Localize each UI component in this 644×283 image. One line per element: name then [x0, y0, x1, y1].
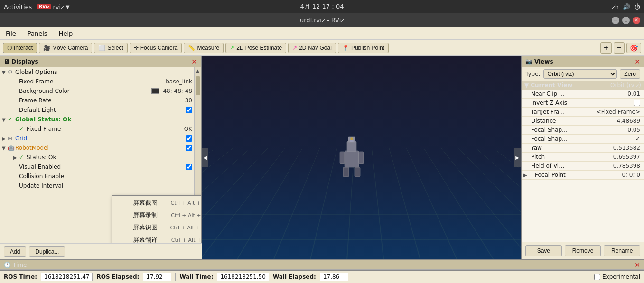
robot-model-check[interactable] [186, 145, 192, 151]
menu-panels[interactable]: Panels [26, 29, 49, 38]
activities-label[interactable]: Activities [4, 3, 32, 10]
views-zero-button[interactable]: Zero [620, 69, 640, 79]
target-frame-row[interactable]: Target Fra… <Fixed Frame> [522, 108, 644, 117]
global-status-arrow[interactable]: ▼ [2, 117, 8, 122]
measure-button[interactable]: 📏 Measure [184, 43, 224, 53]
yaw-row[interactable]: Yaw 0.513582 [522, 144, 644, 153]
views-section-label: Current View [531, 82, 572, 89]
default-light-check[interactable] [186, 107, 192, 113]
ctx-screen-translate-shortcut: Ctrl + Alt + F [171, 237, 201, 243]
title-bar: urdf.rviz - RViz ─ □ ✕ [0, 13, 644, 27]
nav-goal-button[interactable]: ↗ 2D Nav Goal [288, 43, 336, 53]
add-button[interactable]: Add [4, 246, 26, 257]
frame-rate-row[interactable]: Frame Rate 30 [0, 96, 194, 105]
minus-button[interactable]: − [614, 42, 625, 54]
near-clip-row[interactable]: Near Clip … 0.01 [522, 90, 644, 99]
toggle-left-arrow[interactable]: ◀ [202, 148, 208, 167]
experimental-option[interactable]: Experimental [594, 274, 640, 280]
scroll-thumb[interactable] [196, 76, 200, 95]
grid-arrow[interactable]: ▶ [2, 136, 8, 141]
focus-camera-button[interactable]: ✛ Focus Camera [130, 43, 182, 53]
fixed-frame-sub-row[interactable]: ✓ Fixed Frame OK [0, 124, 194, 134]
system-bar-right: zh 🔊 ⏻ [612, 3, 640, 10]
collision-enabled-row[interactable]: Collision Enable [0, 172, 194, 181]
robot-status-row[interactable]: ▶ ✓ Status: Ok [0, 153, 194, 162]
toggle-right-arrow[interactable]: ▶ [514, 148, 521, 167]
displays-title: Displays [11, 58, 191, 65]
add-display-button[interactable]: + [600, 42, 611, 54]
camera-sync-button[interactable]: 🎯 [626, 43, 641, 53]
displays-close[interactable]: ✕ [191, 58, 197, 65]
fixed-frame-row[interactable]: Fixed Frame base_link [0, 77, 194, 86]
select-button[interactable]: ⬜ Select [94, 43, 127, 53]
move-camera-button[interactable]: 🎥 Move Camera [39, 43, 92, 53]
scroll-up-arrow[interactable]: ▲ [195, 67, 201, 74]
field-of-view-row[interactable]: Field of Vi… 0.785398 [522, 162, 644, 171]
global-options-row[interactable]: ▼ ⚙ Global Options [0, 67, 194, 77]
grid-label: Grid [15, 135, 186, 142]
experimental-checkbox[interactable] [594, 274, 600, 280]
global-options-arrow[interactable]: ▼ [2, 70, 8, 75]
views-section-arrow[interactable]: ▼ [524, 82, 529, 89]
ctx-translate[interactable]: 屏幕识图 Ctrl + Alt + O [112, 221, 201, 234]
tree-content: ▼ ⚙ Global Options Fixed Frame base_link [0, 67, 201, 191]
window-controls[interactable]: ─ □ ✕ [612, 17, 640, 24]
views-type-label: Type: [525, 71, 541, 77]
app-dropdown-icon[interactable]: ▼ [66, 4, 70, 9]
default-light-row[interactable]: Default Light [0, 105, 194, 115]
focal-point-arrow[interactable]: ▶ [523, 173, 529, 178]
locale-indicator[interactable]: zh [612, 3, 619, 10]
views-save-button[interactable]: Save [525, 245, 562, 256]
close-button[interactable]: ✕ [633, 17, 640, 24]
views-remove-button[interactable]: Remove [565, 245, 601, 256]
field-of-view-value: 0.785398 [613, 163, 640, 169]
3d-canvas[interactable]: ◀ ▶ [202, 56, 521, 259]
power-icon[interactable]: ⏻ [634, 3, 640, 10]
ctx-translate-label: 屏幕识图 [133, 223, 158, 232]
yaw-label: Yaw [525, 145, 613, 151]
duplicate-button[interactable]: Duplica... [29, 246, 65, 257]
invert-z-check[interactable] [634, 100, 640, 106]
global-status-row[interactable]: ▼ ✓ Global Status: Ok [0, 115, 194, 124]
pitch-row[interactable]: Pitch 0.695397 [522, 153, 644, 162]
app-name: rviz [53, 3, 64, 10]
views-type-select[interactable]: Orbit (rviz) [543, 69, 617, 79]
views-rename-button[interactable]: Rename [604, 245, 640, 256]
visual-enabled-row[interactable]: Visual Enabled [0, 162, 194, 172]
maximize-button[interactable]: □ [622, 17, 630, 24]
robot-model-arrow[interactable]: ▼ [2, 146, 8, 151]
grid-row[interactable]: ▶ ⊞ Grid [0, 134, 194, 143]
3d-view[interactable]: ◀ ▶ [202, 56, 521, 259]
invert-z-row[interactable]: Invert Z Axis [522, 99, 644, 108]
ctx-record[interactable]: 屏幕录制 Ctrl + Alt + S [112, 209, 201, 221]
pose-estimate-button[interactable]: ↗ 2D Pose Estimate [225, 43, 286, 53]
focal-shape1-row[interactable]: Focal Shap… 0.05 [522, 126, 644, 135]
ctx-screenshot-shortcut: Ctrl + Alt + A [171, 200, 201, 206]
volume-icon[interactable]: 🔊 [623, 3, 630, 10]
update-interval-row[interactable]: Update Interval [0, 181, 194, 191]
views-close[interactable]: ✕ [635, 58, 640, 65]
menu-file[interactable]: File [4, 29, 18, 38]
robot-status-arrow[interactable]: ▶ [13, 155, 19, 160]
grid-check[interactable] [186, 135, 192, 142]
focal-shape2-row[interactable]: Focal Shap… ✓ [522, 135, 644, 144]
color-swatch[interactable] [151, 88, 159, 94]
views-footer: Save Remove Rename [522, 242, 644, 259]
ctx-screenshot[interactable]: 屏幕截图 Ctrl + Alt + A [112, 197, 201, 209]
focal-point-row[interactable]: ▶ Focal Point 0; 0; 0 [522, 171, 644, 180]
publish-point-button[interactable]: 📍 Publish Point [338, 43, 389, 53]
views-current-section[interactable]: ▼ Current View Orbit (rviz) [522, 81, 644, 90]
experimental-label: Experimental [602, 274, 640, 280]
interact-button[interactable]: ⬡ Interact [3, 43, 37, 53]
menu-help[interactable]: Help [57, 29, 75, 38]
views-panel: 📷 Views ✕ Type: Orbit (rviz) Zero ▼ Curr… [521, 56, 644, 259]
minimize-button[interactable]: ─ [612, 17, 619, 24]
background-color-row[interactable]: Background Color 48; 48; 48 [0, 86, 194, 96]
distance-row[interactable]: Distance 4.48689 [522, 117, 644, 126]
robot-model-row[interactable]: ▼ 🤖 RobotModel [0, 143, 194, 153]
ctx-screen-translate[interactable]: 屏幕翻译 Ctrl + Alt + F [112, 234, 201, 243]
visual-enabled-check[interactable] [186, 164, 192, 170]
time-panel-close[interactable]: ✕ [635, 261, 640, 269]
app-logo: RViz rviz ▼ [37, 3, 69, 10]
svg-rect-8 [350, 140, 354, 142]
